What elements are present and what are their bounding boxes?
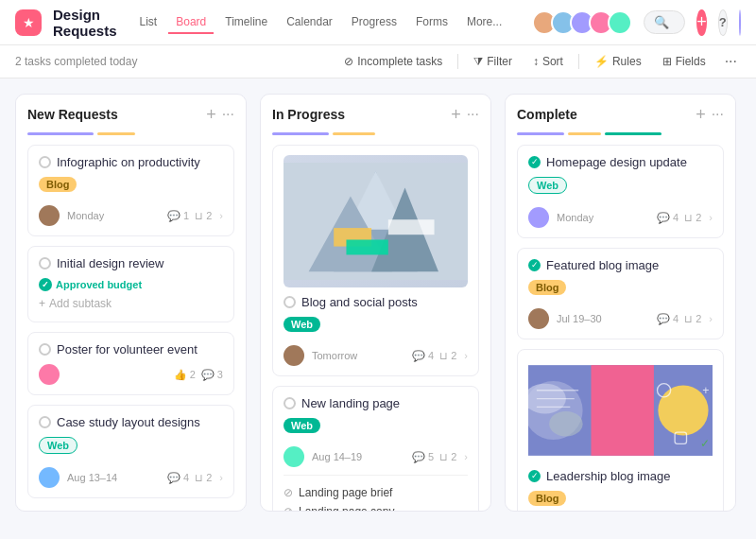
card-poster-volunteer[interactable]: Poster for volunteer event 👍 2 💬 3 xyxy=(27,332,234,395)
sort-button[interactable]: ↕ Sort xyxy=(527,52,569,71)
subtask-count: ⊔ 2 xyxy=(684,313,701,325)
task-status-icon xyxy=(39,257,51,270)
card-footer-poster: 👍 2 💬 3 xyxy=(39,364,223,385)
colorful-svg: ✓ + xyxy=(528,359,713,461)
col-title-complete: Complete xyxy=(517,107,690,122)
col-add-new[interactable]: + xyxy=(206,106,216,123)
approved-icon: ✓ xyxy=(39,278,52,291)
search-bar[interactable]: 🔍 xyxy=(644,10,685,34)
column-in-progress: In Progress + ··· xyxy=(260,94,491,512)
nav-timeline[interactable]: Timeline xyxy=(217,11,275,34)
comment-count: 💬 1 xyxy=(167,210,189,222)
card-date: Monday xyxy=(557,212,649,223)
subtask-landing-brief[interactable]: ⊘ Landing page brief xyxy=(284,483,468,502)
col-add-progress[interactable]: + xyxy=(451,106,461,123)
svg-text:✓: ✓ xyxy=(700,437,710,450)
incomplete-label: Incomplete tasks xyxy=(357,55,442,68)
tag-blog: Blog xyxy=(39,177,77,192)
subtask-count: ⊔ 2 xyxy=(439,451,456,463)
nav-calendar[interactable]: Calendar xyxy=(279,11,340,34)
svg-rect-7 xyxy=(388,219,435,235)
card-homepage[interactable]: ✓ Homepage design update Web Monday 💬 4 … xyxy=(517,145,724,238)
task-status-icon xyxy=(284,296,296,308)
col-header-new: New Requests + ··· xyxy=(27,106,234,123)
expand-icon[interactable]: › xyxy=(709,313,713,324)
nav-list[interactable]: List xyxy=(132,11,165,34)
card-featured-blog[interactable]: ✓ Featured blog image Blog Jul 19–30 💬 4… xyxy=(517,248,724,339)
add-subtask-btn[interactable]: + Add subtask xyxy=(39,295,223,312)
card-design-review[interactable]: Initial design review ✓ Approved budget … xyxy=(27,246,234,322)
help-button[interactable]: ? xyxy=(718,9,728,36)
bar-yellow xyxy=(97,132,135,135)
col-add-complete[interactable]: + xyxy=(696,106,706,123)
col-menu-new[interactable]: ··· xyxy=(222,106,234,123)
svg-point-11 xyxy=(549,411,582,437)
approved-budget-tag: ✓ Approved budget xyxy=(39,278,223,291)
card-blog-social[interactable]: Blog and social posts Web Tomorrow 💬 4 ⊔… xyxy=(272,145,479,376)
card-leadership-blog[interactable]: ✓ + ✓ Leadership blog image Blog xyxy=(517,349,724,512)
expand-icon[interactable]: › xyxy=(219,210,223,221)
add-button[interactable]: + xyxy=(696,9,707,36)
card-case-study[interactable]: Case study layout designs Web Aug 13–14 … xyxy=(27,405,234,498)
nav-links: List Board Timeline Calendar Progress Fo… xyxy=(132,11,510,34)
card-infographic[interactable]: Infographic on productivity Blog Monday … xyxy=(27,145,234,236)
mountain-svg xyxy=(284,155,468,287)
card-mountain-image xyxy=(284,155,468,287)
card-date: Aug 13–14 xyxy=(67,472,160,483)
sort-icon: ↕ xyxy=(533,55,539,68)
task-status-icon xyxy=(39,416,51,428)
card-footer-homepage: Monday 💬 4 ⊔ 2 › xyxy=(528,207,713,228)
col-title-progress: In Progress xyxy=(272,107,445,122)
like-count: 👍 2 xyxy=(174,369,196,381)
nav-progress[interactable]: Progress xyxy=(344,11,404,34)
card-title-case: Case study layout designs xyxy=(39,415,223,429)
card-date: Monday xyxy=(67,210,160,221)
card-footer-infographic: Monday 💬 1 ⊔ 2 › xyxy=(39,205,223,226)
col-bars-complete xyxy=(517,132,724,135)
nav-forms[interactable]: Forms xyxy=(408,11,455,34)
top-nav: ★ Design Requests List Board Timeline Ca… xyxy=(0,0,756,45)
card-title-featured: ✓ Featured blog image xyxy=(528,258,713,272)
subtask-count: ⊔ 2 xyxy=(195,472,212,484)
fields-label: Fields xyxy=(676,55,706,68)
comment-count: 💬 4 xyxy=(657,212,679,224)
sub-nav-actions: ⊘ Incomplete tasks ⧩ Filter ↕ Sort ⚡ Rul… xyxy=(338,51,741,72)
task-status-icon xyxy=(284,397,296,409)
divider-1 xyxy=(457,54,458,69)
expand-icon[interactable]: › xyxy=(464,350,468,361)
filter-button[interactable]: ⧩ Filter xyxy=(468,52,518,71)
more-options-button[interactable]: ··· xyxy=(721,51,741,72)
card-landing-page[interactable]: New landing page Web Aug 14–19 💬 5 ⊔ 2 ›… xyxy=(272,386,479,512)
expand-icon[interactable]: › xyxy=(709,212,713,223)
divider xyxy=(284,475,468,476)
fields-button[interactable]: ⊞ Fields xyxy=(657,52,712,71)
card-avatar xyxy=(528,207,549,228)
expand-icon[interactable]: › xyxy=(219,472,223,483)
card-avatar xyxy=(39,364,60,385)
subtask-landing-copy[interactable]: ⊘ Landing page copy xyxy=(284,502,468,512)
card-meta: 💬 5 ⊔ 2 xyxy=(412,451,456,463)
task-status-icon xyxy=(39,343,51,356)
comment-count: 💬 4 xyxy=(657,313,679,325)
user-avatar[interactable] xyxy=(739,9,741,36)
subtask-label: Landing page brief xyxy=(299,486,392,499)
col-menu-progress[interactable]: ··· xyxy=(467,106,479,123)
expand-icon[interactable]: › xyxy=(464,451,468,462)
svg-rect-6 xyxy=(346,240,387,255)
col-bars-new xyxy=(27,132,234,135)
card-meta: 💬 4 ⊔ 2 xyxy=(657,212,701,224)
column-complete: Complete + ··· ✓ Homepage design update … xyxy=(505,94,736,512)
card-title-infographic: Infographic on productivity xyxy=(39,155,223,169)
task-done-icon: ✓ xyxy=(528,470,541,482)
card-meta: 👍 2 💬 3 xyxy=(174,369,223,381)
col-header-progress: In Progress + ··· xyxy=(272,106,479,123)
nav-board[interactable]: Board xyxy=(168,11,214,34)
rules-button[interactable]: ⚡ Rules xyxy=(589,52,647,71)
filter-label: Filter xyxy=(487,55,512,68)
col-menu-complete[interactable]: ··· xyxy=(712,106,724,123)
nav-more[interactable]: More... xyxy=(459,11,509,34)
card-title-landing: New landing page xyxy=(284,396,468,410)
bar-purple xyxy=(517,132,564,135)
board: New Requests + ··· Infographic on produc… xyxy=(0,78,756,527)
incomplete-tasks-filter[interactable]: ⊘ Incomplete tasks xyxy=(338,52,448,71)
